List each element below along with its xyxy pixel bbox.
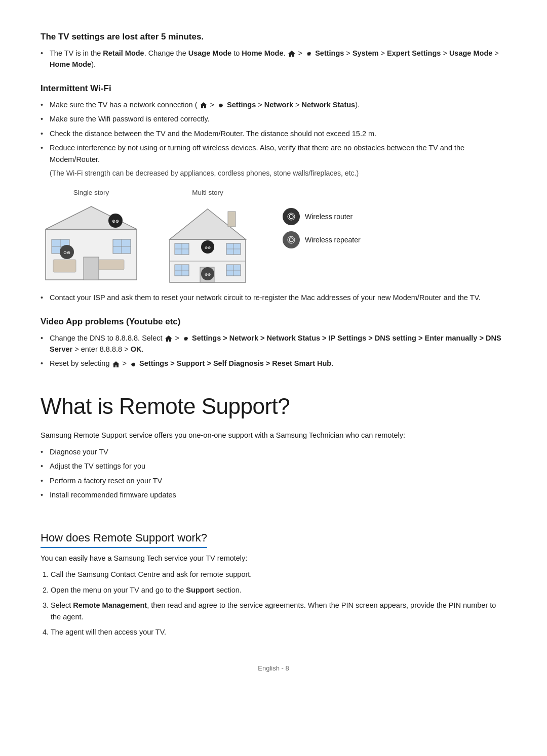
- home-mode-path: Home Mode: [50, 60, 91, 68]
- wifi-note: (The Wi-Fi strength can be decreased by …: [50, 168, 506, 179]
- remote-support-bullets: Diagnose your TV Adjust the TV settings …: [41, 446, 506, 501]
- dns-settings-path: Settings > Network > Network Status > IP…: [50, 334, 501, 353]
- retail-mode-text: Retail Mode: [103, 49, 144, 57]
- video-app-bullet-1: Change the DNS to 8.8.8.8. Select > Sett…: [41, 332, 506, 355]
- remote-step-4: The agent will then access your TV.: [51, 626, 506, 638]
- router-icon: [283, 208, 300, 225]
- svg-rect-9: [53, 260, 76, 272]
- gear-icon-1: [304, 50, 312, 58]
- tv-settings-bullet-1: The TV is in the Retail Mode. Change the…: [41, 48, 506, 70]
- network-path: Network: [264, 101, 293, 109]
- repeater-icon: [283, 231, 300, 248]
- tv-settings-list: The TV is in the Retail Mode. Change the…: [41, 48, 506, 70]
- expert-settings-path: Expert Settings: [387, 49, 441, 57]
- home-mode-text: Home Mode: [242, 49, 283, 57]
- wifi-heading: Intermittent Wi-Fi: [41, 82, 506, 95]
- system-path: System: [353, 49, 379, 57]
- home-icon: [288, 50, 296, 57]
- svg-rect-18: [228, 212, 236, 227]
- tv-settings-section: The TV settings are lost after 5 minutes…: [41, 30, 506, 70]
- wifi-bullets: Make sure the TV has a network connectio…: [41, 99, 506, 165]
- svg-rect-10: [99, 260, 124, 270]
- remote-mgmt-bold: Remote Management: [73, 601, 147, 609]
- wifi-contact-bullets: Contact your ISP and ask them to reset y…: [41, 292, 506, 303]
- settings-path-1: Settings: [315, 49, 344, 57]
- svg-text:⊙⊙: ⊙⊙: [112, 219, 119, 224]
- multi-story-svg: ⊙⊙ ⊙⊙: [157, 201, 258, 285]
- reset-path: Settings > Support > Self Diagnosis > Re…: [139, 359, 331, 367]
- tv-settings-heading: The TV settings are lost after 5 minutes…: [41, 30, 506, 44]
- svg-text:⊙⊙: ⊙⊙: [205, 273, 211, 276]
- remote-step-1: Call the Samsung Contact Centre and ask …: [51, 569, 506, 580]
- diagrams-row: Single story ⊙: [41, 188, 506, 284]
- video-app-section: Video App problems (Youtube etc) Change …: [41, 315, 506, 369]
- svg-text:⊙⊙: ⊙⊙: [63, 250, 70, 255]
- multi-story-diagram: Multi story: [157, 188, 258, 284]
- svg-text:⊙⊙: ⊙⊙: [205, 246, 211, 249]
- usage-mode-text: Usage Mode: [188, 49, 231, 57]
- router-legend-item: Wireless router: [283, 208, 361, 225]
- single-story-svg: ⊙⊙ ⊙⊙: [41, 201, 142, 285]
- wifi-contact-bullet: Contact your ISP and ask them to reset y…: [41, 292, 506, 303]
- single-story-diagram: Single story ⊙: [41, 188, 142, 284]
- wifi-bullet-3: Check the distance between the TV and th…: [41, 128, 506, 139]
- home-icon-2: [200, 102, 208, 109]
- svg-rect-2: [84, 257, 99, 280]
- remote-bullet-3: Perform a factory reset on your TV: [41, 475, 506, 486]
- video-app-bullet-2: Reset by selecting > Settings > Support …: [41, 358, 506, 369]
- video-app-bullets: Change the DNS to 8.8.8.8. Select > Sett…: [41, 332, 506, 369]
- wifi-bullet-1: Make sure the TV has a network connectio…: [41, 99, 506, 110]
- diagram-legend: Wireless router Wireless repeater: [283, 208, 361, 248]
- repeater-label: Wireless repeater: [305, 235, 361, 245]
- wifi-bullet-4: Reduce interference by not using or turn…: [41, 142, 506, 165]
- arrow-sep: >: [298, 49, 305, 57]
- what-is-remote-intro: Samsung Remote Support service offers yo…: [41, 430, 506, 441]
- wifi-bullet-2: Make sure the Wifi password is entered c…: [41, 113, 506, 124]
- usage-mode-path: Usage Mode: [449, 49, 492, 57]
- svg-marker-1: [46, 206, 137, 229]
- how-remote-heading: How does Remote Support work?: [41, 529, 207, 548]
- video-app-heading: Video App problems (Youtube etc): [41, 315, 506, 328]
- network-status-path: Network Status: [302, 101, 356, 109]
- gear-icon-4: [129, 360, 137, 368]
- page-footer: English - 8: [41, 663, 506, 674]
- repeater-legend-item: Wireless repeater: [283, 231, 361, 248]
- wifi-section: Intermittent Wi-Fi Make sure the TV has …: [41, 82, 506, 303]
- remote-bullet-2: Adjust the TV settings for you: [41, 460, 506, 472]
- gear-icon-3: [181, 334, 189, 343]
- home-icon-4: [112, 361, 120, 368]
- remote-bullet-4: Install recommended firmware updates: [41, 489, 506, 500]
- single-story-label: Single story: [73, 188, 109, 198]
- gear-icon-2: [216, 101, 224, 109]
- how-remote-section: How does Remote Support work? You can ea…: [41, 513, 506, 638]
- remote-bullet-1: Diagnose your TV: [41, 446, 506, 457]
- remote-steps-list: Call the Samsung Contact Centre and ask …: [41, 569, 506, 638]
- multi-story-label: Multi story: [192, 188, 223, 198]
- settings-path-2: Settings: [227, 101, 256, 109]
- home-icon-3: [165, 335, 173, 342]
- footer-text: English - 8: [258, 664, 289, 672]
- ok-label: OK: [131, 345, 142, 353]
- what-is-remote-heading: What is Remote Support?: [41, 390, 506, 423]
- remote-step-2: Open the menu on your TV and go to the S…: [51, 584, 506, 596]
- router-label: Wireless router: [305, 212, 353, 222]
- how-remote-intro: You can easily have a Samsung Tech servi…: [41, 553, 506, 564]
- remote-step-3: Select Remote Management, then read and …: [51, 600, 506, 622]
- support-bold: Support: [186, 586, 214, 594]
- what-is-remote-section: What is Remote Support? Samsung Remote S…: [41, 390, 506, 501]
